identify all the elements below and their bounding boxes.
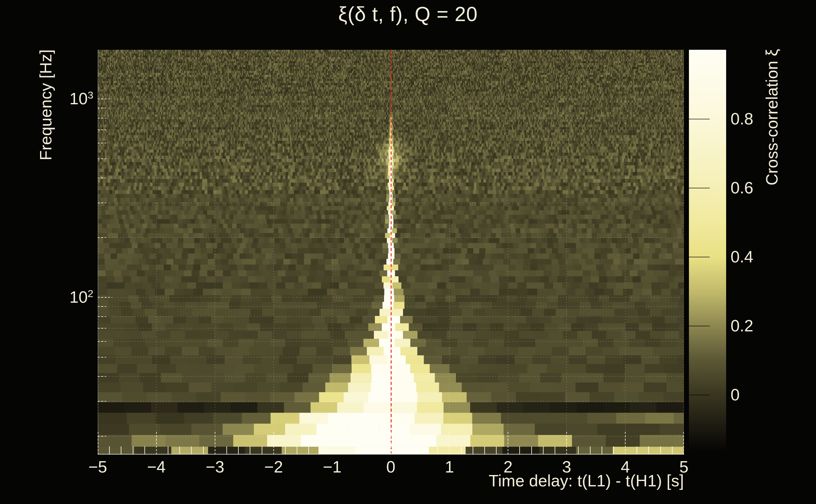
x-tick-label: 1 — [445, 457, 454, 476]
x-tick-label: −5 — [88, 457, 107, 476]
x-axis-line — [98, 454, 684, 455]
colorbar-tick-label: 0 — [731, 385, 740, 404]
y-tick-label: 103 — [40, 89, 93, 108]
screenshot-root: { "chart_data": { "type": "heatmap", "ti… — [0, 0, 816, 504]
x-tick-label: −1 — [323, 457, 342, 476]
colorbar-tick — [689, 119, 710, 119]
reference-line-dt0 — [391, 50, 392, 455]
colorbar-tick-label: 0.4 — [731, 247, 753, 266]
plot-area — [98, 50, 684, 455]
x-tick-label: −2 — [264, 457, 283, 476]
colorbar-title: Cross-correlation ξ — [762, 49, 781, 186]
colorbar-tick — [689, 257, 710, 257]
colorbar-tick-label: 0.8 — [731, 109, 753, 128]
x-axis-title: Time delay: t(L1) - t(H1) [s] — [489, 471, 684, 490]
chart-title: ξ(δ t, f), Q = 20 — [0, 3, 816, 26]
colorbar-tick-label: 0.6 — [731, 178, 753, 197]
colorbar-tick — [689, 188, 710, 188]
x-tick-label: −3 — [206, 457, 224, 476]
colorbar — [689, 50, 726, 451]
colorbar-tick — [689, 326, 710, 326]
colorbar-tick-label: 0.2 — [731, 316, 753, 335]
colorbar-tick — [689, 395, 710, 395]
y-tick-label: 102 — [40, 288, 93, 306]
x-tick-label: −4 — [147, 457, 165, 476]
y-axis-line — [98, 50, 98, 455]
x-tick-label: 0 — [386, 457, 395, 476]
